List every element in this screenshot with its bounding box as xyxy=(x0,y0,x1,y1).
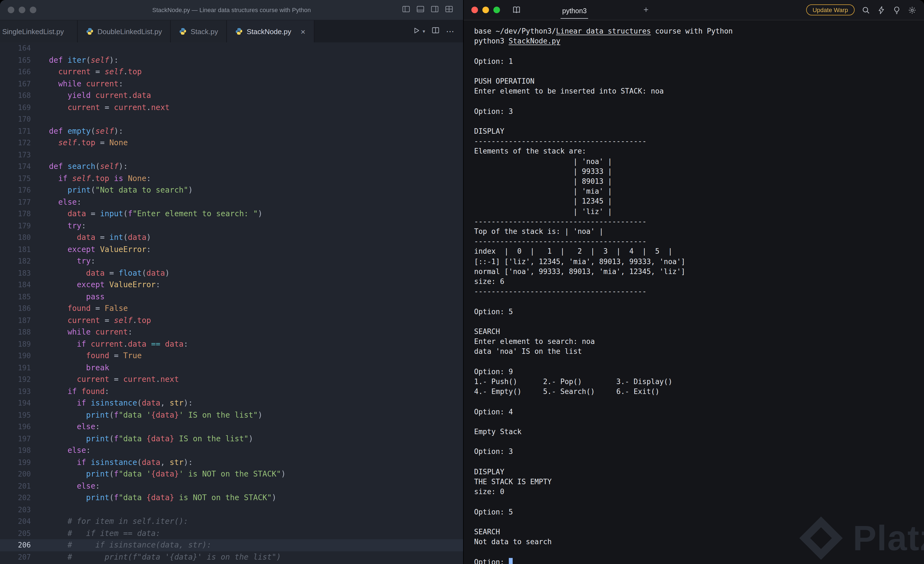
code-line-193[interactable]: 193 if found: xyxy=(0,386,463,397)
line-number[interactable]: 196 xyxy=(0,421,31,433)
code-line-174[interactable]: 174 def search(self): xyxy=(0,161,463,172)
line-number[interactable]: 180 xyxy=(0,232,31,244)
line-number[interactable]: 195 xyxy=(0,409,31,421)
line-number[interactable]: 168 xyxy=(0,90,31,102)
line-number[interactable]: 188 xyxy=(0,326,31,338)
update-warp-button[interactable]: Update Warp xyxy=(806,4,855,15)
code-line-171[interactable]: 171 def empty(self): xyxy=(0,125,463,137)
line-number[interactable]: 185 xyxy=(0,291,31,303)
code-line-172[interactable]: 172 self.top = None xyxy=(0,137,463,149)
line-number[interactable]: 170 xyxy=(0,113,31,125)
line-number[interactable]: 193 xyxy=(0,386,31,397)
search-icon[interactable] xyxy=(862,6,870,14)
line-number[interactable]: 207 xyxy=(0,551,31,563)
code-line-176[interactable]: 176 print("Not data to search") xyxy=(0,184,463,196)
line-number[interactable]: 198 xyxy=(0,444,31,456)
code-line-183[interactable]: 183 data = float(data) xyxy=(0,267,463,279)
code-line-177[interactable]: 177 else: xyxy=(0,196,463,208)
code-line-168[interactable]: 168 yield current.data xyxy=(0,90,463,102)
line-number[interactable]: 175 xyxy=(0,172,31,184)
code-line-195[interactable]: 195 print(f"data '{data}' IS on the list… xyxy=(0,409,463,421)
code-line-192[interactable]: 192 current = current.next xyxy=(0,374,463,386)
code-line-188[interactable]: 188 while current: xyxy=(0,326,463,338)
line-number[interactable]: 186 xyxy=(0,303,31,314)
code-line-201[interactable]: 201 else: xyxy=(0,480,463,492)
line-number[interactable]: 202 xyxy=(0,492,31,504)
panel-right-icon[interactable] xyxy=(430,5,439,15)
gear-icon[interactable] xyxy=(908,6,916,14)
line-number[interactable]: 197 xyxy=(0,433,31,444)
code-line-180[interactable]: 180 data = int(data) xyxy=(0,232,463,244)
line-number[interactable]: 165 xyxy=(0,54,31,66)
bookmarks-icon[interactable] xyxy=(512,6,521,14)
code-line-179[interactable]: 179 try: xyxy=(0,220,463,232)
line-number[interactable]: 178 xyxy=(0,208,31,220)
line-number[interactable]: 184 xyxy=(0,279,31,291)
line-number[interactable]: 179 xyxy=(0,220,31,232)
code-line-182[interactable]: 182 try: xyxy=(0,255,463,267)
line-number[interactable]: 205 xyxy=(0,527,31,539)
line-number[interactable]: 169 xyxy=(0,102,31,113)
terminal-output[interactable]: base ~/dev/Python3/Linear data structure… xyxy=(464,20,924,564)
line-number[interactable]: 187 xyxy=(0,314,31,326)
line-number[interactable]: 182 xyxy=(0,255,31,267)
code-line-189[interactable]: 189 if current.data == data: xyxy=(0,338,463,350)
code-line-170[interactable]: 170 xyxy=(0,113,463,125)
line-number[interactable]: 194 xyxy=(0,397,31,409)
line-number[interactable]: 174 xyxy=(0,161,31,172)
terminal-tab-python3[interactable]: python3 xyxy=(561,1,588,18)
code-line-185[interactable]: 185 pass xyxy=(0,291,463,303)
panel-bottom-icon[interactable] xyxy=(416,5,424,15)
line-number[interactable]: 176 xyxy=(0,184,31,196)
bulb-icon[interactable] xyxy=(892,6,901,14)
line-number[interactable]: 173 xyxy=(0,149,31,161)
code-line-187[interactable]: 187 current = self.top xyxy=(0,314,463,326)
run-python-file-icon[interactable] xyxy=(413,26,420,36)
line-number[interactable]: 166 xyxy=(0,66,31,78)
line-number[interactable]: 191 xyxy=(0,362,31,374)
code-line-199[interactable]: 199 if isinstance(data, str): xyxy=(0,456,463,468)
code-line-173[interactable]: 173 xyxy=(0,149,463,161)
traffic-light-zoom-icon[interactable] xyxy=(30,7,36,13)
traffic-light-minimize-icon[interactable] xyxy=(19,7,26,13)
customize-layout-icon[interactable] xyxy=(445,5,453,15)
line-number[interactable]: 183 xyxy=(0,267,31,279)
traffic-light-close-icon[interactable] xyxy=(471,7,478,13)
editor-tab-doublelinkedlist-py[interactable]: DoubleLinkedList.py xyxy=(78,20,171,42)
code-line-197[interactable]: 197 print(f"data {data} IS on the list") xyxy=(0,433,463,444)
code-line-200[interactable]: 200 print(f"data '{data}' is NOT on the … xyxy=(0,468,463,480)
code-line-186[interactable]: 186 found = False xyxy=(0,303,463,314)
code-line-164[interactable]: 164 xyxy=(0,42,463,54)
code-line-166[interactable]: 166 current = self.top xyxy=(0,66,463,78)
new-tab-icon[interactable]: + xyxy=(644,6,649,14)
code-line-191[interactable]: 191 break xyxy=(0,362,463,374)
line-number[interactable]: 177 xyxy=(0,196,31,208)
line-number[interactable]: 181 xyxy=(0,244,31,255)
close-icon[interactable]: × xyxy=(301,27,306,36)
line-number[interactable]: 189 xyxy=(0,338,31,350)
line-number[interactable]: 172 xyxy=(0,137,31,149)
code-line-194[interactable]: 194 if isinstance(data, str): xyxy=(0,397,463,409)
code-line-203[interactable]: 203 xyxy=(0,504,463,516)
more-actions-icon[interactable]: ⋯ xyxy=(446,26,454,36)
line-number[interactable]: 204 xyxy=(0,516,31,527)
code-line-207[interactable]: 207 # print(f"data '{data}' is on the li… xyxy=(0,551,463,563)
line-number[interactable]: 190 xyxy=(0,350,31,362)
editor-tab-singlelinkedlist-py[interactable]: SingleLinkedList.py xyxy=(0,20,78,42)
code-line-204[interactable]: 204 # for item in self.iter(): xyxy=(0,516,463,527)
code-line-175[interactable]: 175 if self.top is None: xyxy=(0,172,463,184)
code-editor[interactable]: 164165 def iter(self):166 current = self… xyxy=(0,42,463,563)
code-line-206[interactable]: 206 # if isinstance(data, str): xyxy=(0,539,463,551)
line-number[interactable]: 201 xyxy=(0,480,31,492)
lightning-icon[interactable] xyxy=(877,6,885,14)
line-number[interactable]: 164 xyxy=(0,42,31,54)
chevron-down-icon[interactable]: ▾ xyxy=(423,28,425,34)
traffic-light-zoom-icon[interactable] xyxy=(494,7,500,13)
code-line-181[interactable]: 181 except ValueError: xyxy=(0,244,463,255)
panel-left-icon[interactable] xyxy=(402,5,410,15)
code-line-205[interactable]: 205 # if item == data: xyxy=(0,527,463,539)
code-line-178[interactable]: 178 data = input(f"Enter element to sear… xyxy=(0,208,463,220)
line-number[interactable]: 171 xyxy=(0,125,31,137)
code-line-165[interactable]: 165 def iter(self): xyxy=(0,54,463,66)
line-number[interactable]: 199 xyxy=(0,456,31,468)
